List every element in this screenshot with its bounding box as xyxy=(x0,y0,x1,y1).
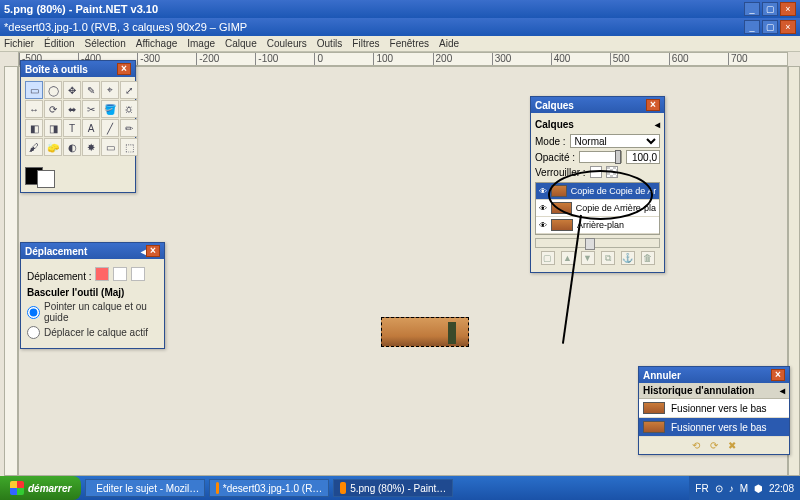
tool-6[interactable]: ↔ xyxy=(25,100,43,118)
tool-10[interactable]: 🪣 xyxy=(101,100,119,118)
tool-20[interactable]: ◐ xyxy=(63,138,81,156)
menu-édition[interactable]: Édition xyxy=(44,38,75,49)
visibility-icon[interactable]: 👁 xyxy=(539,221,547,230)
tool-2[interactable]: ✥ xyxy=(63,81,81,99)
menu-sélection[interactable]: Sélection xyxy=(85,38,126,49)
history-thumbnail xyxy=(643,421,665,433)
tool-18[interactable]: 🖌 xyxy=(25,138,43,156)
tool-19[interactable]: 🧽 xyxy=(44,138,62,156)
menu-couleurs[interactable]: Couleurs xyxy=(267,38,307,49)
tool-9[interactable]: ✂ xyxy=(82,100,100,118)
tray-msn-icon[interactable]: M xyxy=(740,483,748,494)
tool-15[interactable]: A xyxy=(82,119,100,137)
menu-aide[interactable]: Aide xyxy=(439,38,459,49)
layer-item[interactable]: 👁Copie de Arrière-plan xyxy=(536,200,659,217)
tool-0[interactable]: ▭ xyxy=(25,81,43,99)
canvas-image[interactable] xyxy=(381,317,469,347)
redo-button[interactable]: ⟳ xyxy=(710,440,718,451)
move-path-icon[interactable] xyxy=(131,267,145,281)
toolbox-header[interactable]: Boîte à outils × xyxy=(21,61,135,77)
move-layer-icon[interactable] xyxy=(95,267,109,281)
layer-item[interactable]: 👁Arrière-plan xyxy=(536,217,659,234)
tool-17[interactable]: ✏ xyxy=(120,119,138,137)
menu-fenêtres[interactable]: Fenêtres xyxy=(390,38,429,49)
tool-21[interactable]: ✸ xyxy=(82,138,100,156)
visibility-icon[interactable]: 👁 xyxy=(539,187,547,196)
taskbar-item[interactable]: *desert03.jpg-1.0 (R… xyxy=(209,479,329,497)
anchor-layer-button[interactable]: ⚓ xyxy=(621,251,635,265)
menu-outils[interactable]: Outils xyxy=(317,38,343,49)
menu-filtres[interactable]: Filtres xyxy=(352,38,379,49)
lock-pixels-checkbox[interactable] xyxy=(590,166,602,178)
taskbar-item[interactable]: Editer le sujet - Mozil… xyxy=(85,479,205,497)
tool-12[interactable]: ◧ xyxy=(25,119,43,137)
opacity-slider[interactable] xyxy=(579,151,622,163)
system-tray[interactable]: FR ⊙ ♪ M ⬢ 22:08 xyxy=(689,476,800,500)
layer-item[interactable]: 👁Copie de Copie de Arrière-plan xyxy=(536,183,659,200)
tool-options-close-button[interactable]: × xyxy=(146,245,160,257)
lang-indicator[interactable]: FR xyxy=(695,483,708,494)
menu-affichage[interactable]: Affichage xyxy=(136,38,178,49)
tray-volume-icon[interactable]: ♪ xyxy=(729,483,734,494)
tool-1[interactable]: ◯ xyxy=(44,81,62,99)
layers-subheader[interactable]: Calques ◂ xyxy=(535,117,660,132)
ruler-tick: 500 xyxy=(610,53,669,65)
ruler-tick: 400 xyxy=(551,53,610,65)
layers-menu-icon[interactable]: ◂ xyxy=(655,119,660,130)
move-selection-icon[interactable] xyxy=(113,267,127,281)
tool-13[interactable]: ◨ xyxy=(44,119,62,137)
delete-layer-button[interactable]: 🗑 xyxy=(641,251,655,265)
history-menu-icon[interactable]: ◂ xyxy=(780,385,785,396)
close-button[interactable]: × xyxy=(780,2,796,16)
tool-11[interactable]: ⛭ xyxy=(120,100,138,118)
menu-image[interactable]: Image xyxy=(187,38,215,49)
ruler-tick: 200 xyxy=(433,53,492,65)
tool-options-header[interactable]: Déplacement ◂ × xyxy=(21,243,164,259)
color-swatches[interactable] xyxy=(21,160,135,192)
tool-7[interactable]: ⟳ xyxy=(44,100,62,118)
radio-move-active[interactable]: Déplacer le calque actif xyxy=(27,326,158,339)
tray-shield-icon[interactable]: ⬢ xyxy=(754,483,763,494)
radio-pick-layer[interactable]: Pointer un calque et ou guide xyxy=(27,301,158,323)
mode-select[interactable]: Normal xyxy=(570,134,660,148)
lock-alpha-checkbox[interactable] xyxy=(606,166,618,178)
menu-calque[interactable]: Calque xyxy=(225,38,257,49)
maximize-button[interactable]: ▢ xyxy=(762,2,778,16)
tool-14[interactable]: T xyxy=(63,119,81,137)
history-subheader[interactable]: Historique d'annulation ◂ xyxy=(639,383,789,399)
layers-close-button[interactable]: × xyxy=(646,99,660,111)
gimp-close-button[interactable]: × xyxy=(780,20,796,34)
menu-fichier[interactable]: Fichier xyxy=(4,38,34,49)
raise-layer-button[interactable]: ▲ xyxy=(561,251,575,265)
lower-layer-button[interactable]: ▼ xyxy=(581,251,595,265)
history-header[interactable]: Annuler × xyxy=(639,367,789,383)
tray-icon[interactable]: ⊙ xyxy=(715,483,723,494)
toolbox-close-button[interactable]: × xyxy=(117,63,131,75)
tool-16[interactable]: ╱ xyxy=(101,119,119,137)
tool-22[interactable]: ▭ xyxy=(101,138,119,156)
history-item[interactable]: Fusionner vers le bas xyxy=(639,418,789,437)
gimp-minimize-button[interactable]: _ xyxy=(744,20,760,34)
opacity-value[interactable] xyxy=(626,150,660,164)
gimp-maximize-button[interactable]: ▢ xyxy=(762,20,778,34)
history-close-button[interactable]: × xyxy=(771,369,785,381)
undo-button[interactable]: ⟲ xyxy=(692,440,700,451)
tool-23[interactable]: ⬚ xyxy=(120,138,138,156)
history-item[interactable]: Fusionner vers le bas xyxy=(639,399,789,418)
background-swatch[interactable] xyxy=(37,170,55,188)
clear-history-button[interactable]: ✖ xyxy=(728,440,736,451)
tool-3[interactable]: ✎ xyxy=(82,81,100,99)
visibility-icon[interactable]: 👁 xyxy=(539,204,547,213)
clock[interactable]: 22:08 xyxy=(769,483,794,494)
taskbar-item[interactable]: 5.png (80%) - Paint… xyxy=(333,479,453,497)
duplicate-layer-button[interactable]: ⧉ xyxy=(601,251,615,265)
app-icon xyxy=(216,482,219,494)
new-layer-button[interactable]: ▢ xyxy=(541,251,555,265)
layer-scroll[interactable] xyxy=(535,238,660,248)
minimize-button[interactable]: _ xyxy=(744,2,760,16)
start-button[interactable]: démarrer xyxy=(0,476,81,500)
tool-8[interactable]: ⬌ xyxy=(63,100,81,118)
tool-4[interactable]: ⌖ xyxy=(101,81,119,99)
tool-5[interactable]: ⤢ xyxy=(120,81,138,99)
layers-header[interactable]: Calques × xyxy=(531,97,664,113)
